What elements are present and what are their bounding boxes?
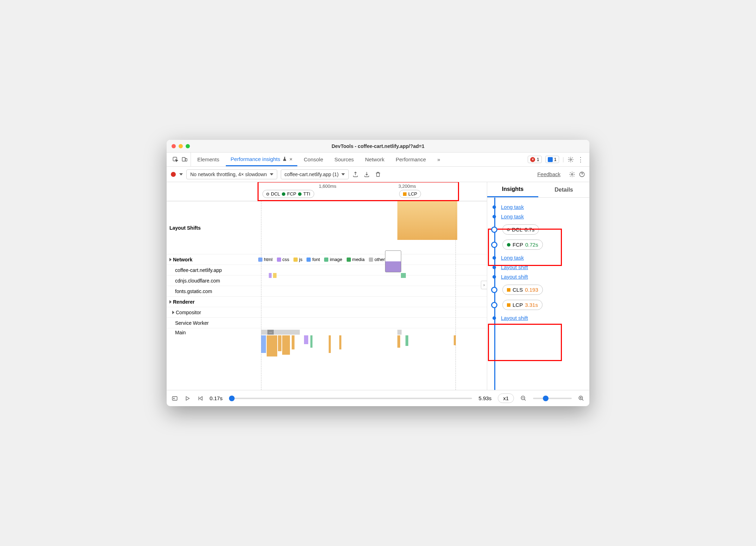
insight-link[interactable]: Layout shift	[501, 274, 528, 280]
legend-media: media	[347, 257, 365, 262]
time-end: 5.93s	[478, 395, 491, 401]
insight-metric-pill[interactable]: DCL 0.7s	[502, 224, 539, 235]
track-service-worker[interactable]: Service Worker	[167, 320, 258, 326]
tabbar: Elements Performance insights × Console …	[167, 153, 589, 167]
svg-point-3	[570, 159, 572, 160]
metric-pill-lcp[interactable]: LCP	[399, 190, 421, 198]
record-button[interactable]	[171, 172, 176, 177]
tab-elements[interactable]: Elements	[192, 153, 224, 166]
tab-sources[interactable]: Sources	[329, 153, 359, 166]
panel-settings-icon[interactable]	[569, 171, 575, 178]
tick-label-2: 3,200ms	[398, 184, 416, 189]
timeline-dot	[492, 275, 496, 279]
insight-link[interactable]: Layout shift	[501, 315, 528, 321]
device-toggle-icon[interactable]	[181, 156, 188, 163]
svg-rect-1	[182, 157, 185, 161]
export-icon[interactable]	[352, 171, 359, 178]
track-renderer[interactable]: Renderer	[167, 299, 258, 305]
timeline-dot	[492, 215, 496, 218]
insight-metric-pill[interactable]: FCP 0.72s	[502, 240, 543, 250]
throttle-select[interactable]: No network throttling, 4× slowdown	[186, 169, 277, 179]
network-host[interactable]: coffee-cart.netlify.app	[167, 267, 258, 273]
tab-performance-insights[interactable]: Performance insights ×	[226, 153, 298, 166]
insight-metric-pill[interactable]: CLS 0.193	[502, 285, 543, 295]
main-flame[interactable]: ...	[258, 330, 487, 360]
record-menu-icon[interactable]	[179, 173, 183, 175]
insights-timeline[interactable]: Long taskLong taskDCL 0.7sFCP 0.72sLong …	[487, 198, 589, 390]
help-icon[interactable]	[579, 171, 585, 178]
feedback-link[interactable]: Feedback	[537, 171, 560, 177]
message-badge[interactable]: 1	[545, 156, 559, 163]
insights-panel: Insights Details Long taskLong taskDCL 0…	[487, 182, 589, 390]
play-icon[interactable]	[184, 395, 191, 402]
expand-right-icon[interactable]: ›	[481, 281, 487, 289]
track-compositor[interactable]: Compositor	[167, 310, 258, 315]
legend-font: font	[306, 257, 320, 262]
tab-console[interactable]: Console	[299, 153, 328, 166]
zoom-slider[interactable]	[533, 398, 572, 399]
throttle-label: No network throttling, 4× slowdown	[190, 172, 267, 177]
timeline-dot	[492, 266, 496, 269]
timeline-panel: 1,600ms 3,200ms DCL FCP TTI LCP	[167, 182, 487, 390]
zoom-icon[interactable]	[186, 144, 190, 148]
import-icon[interactable]	[364, 171, 370, 178]
timeline-circle	[491, 287, 497, 293]
flask-icon	[282, 156, 287, 161]
network-host[interactable]: cdnjs.cloudflare.com	[167, 278, 258, 284]
svg-point-4	[571, 173, 573, 175]
insight-link[interactable]: Layout shift	[501, 264, 528, 270]
track-main[interactable]: Main	[167, 330, 258, 335]
close-icon[interactable]	[172, 144, 176, 148]
metric-pill-dcl-fcp-tti[interactable]: DCL FCP TTI	[262, 190, 314, 198]
timeline-dot	[492, 205, 496, 209]
tab-network[interactable]: Network	[360, 153, 389, 166]
network-host[interactable]: fonts.gstatic.com	[167, 288, 258, 294]
tabs-overflow[interactable]: »	[432, 153, 445, 166]
zoom-in-icon[interactable]	[578, 395, 584, 402]
legend-css: css	[277, 257, 290, 262]
track-area[interactable]: Layout Shifts Network htmlcssjsfontimage…	[167, 201, 487, 390]
track-network[interactable]: Network	[167, 257, 258, 262]
insight-link[interactable]: Long task	[501, 213, 524, 219]
titlebar: DevTools - coffee-cart.netlify.app/?ad=1	[167, 140, 589, 153]
session-select[interactable]: coffee-cart.netlify.app (1)	[281, 169, 349, 179]
svg-rect-6	[172, 396, 177, 400]
legend-js: js	[293, 257, 302, 262]
close-tab-icon[interactable]: ×	[289, 156, 292, 162]
inspect-icon[interactable]	[172, 156, 179, 163]
legend-html: html	[258, 257, 273, 262]
rewind-icon[interactable]	[197, 395, 203, 402]
tab-label: Performance insights	[231, 156, 280, 162]
highlight-box-cls-lcp	[488, 324, 562, 361]
error-badge[interactable]: ×1	[528, 156, 541, 163]
timeline-circle	[491, 242, 497, 248]
speed-select[interactable]: x1	[498, 393, 514, 403]
ruler: 1,600ms 3,200ms DCL FCP TTI LCP	[167, 182, 487, 201]
message-count: 1	[554, 157, 557, 162]
insight-link[interactable]: Long task	[501, 255, 524, 261]
network-legend: htmlcssjsfontimagemediaother	[258, 255, 487, 264]
insight-link[interactable]: Long task	[501, 204, 524, 210]
window-title: DevTools - coffee-cart.netlify.app/?ad=1	[331, 143, 425, 149]
insight-metric-pill[interactable]: LCP 3.31s	[502, 300, 543, 310]
tab-insights[interactable]: Insights	[487, 182, 538, 197]
timeline-circle	[491, 302, 497, 308]
tab-performance[interactable]: Performance	[391, 153, 431, 166]
legend-other: other	[369, 257, 385, 262]
track-layout-shifts[interactable]: Layout Shifts	[167, 225, 258, 231]
more-icon[interactable]: ⋮	[577, 156, 584, 163]
legend-image: image	[324, 257, 342, 262]
bottombar: 0.17s 5.93s x1	[167, 390, 589, 406]
time-slider[interactable]	[229, 398, 472, 399]
preview-icon[interactable]	[172, 395, 178, 402]
settings-icon[interactable]	[568, 156, 574, 163]
timeline-circle	[491, 227, 497, 233]
traffic-lights	[172, 144, 190, 148]
tab-details[interactable]: Details	[538, 182, 589, 197]
minimize-icon[interactable]	[179, 144, 183, 148]
toolbar: No network throttling, 4× slowdown coffe…	[167, 167, 589, 182]
error-count: 1	[537, 157, 539, 162]
delete-icon[interactable]	[375, 171, 381, 178]
timeline-dot	[492, 316, 496, 320]
zoom-out-icon[interactable]	[520, 395, 527, 402]
